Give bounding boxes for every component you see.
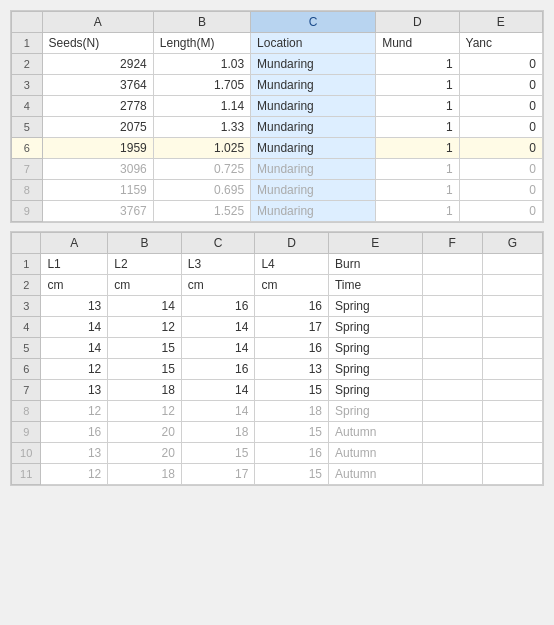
cell[interactable]: 1 [376,117,459,138]
cell[interactable] [422,401,482,422]
cell[interactable]: Burn [328,254,422,275]
cell[interactable]: 0 [459,138,542,159]
cell[interactable]: 3096 [42,159,153,180]
cell[interactable]: L3 [181,254,255,275]
cell[interactable]: 1.025 [153,138,250,159]
cell[interactable]: 13 [41,296,108,317]
cell[interactable]: 1159 [42,180,153,201]
cell[interactable]: 0.725 [153,159,250,180]
cell[interactable]: 0 [459,54,542,75]
cell[interactable]: Seeds(N) [42,33,153,54]
cell[interactable]: Time [328,275,422,296]
cell[interactable]: 14 [181,338,255,359]
cell[interactable] [482,443,542,464]
cell[interactable]: Spring [328,380,422,401]
cell[interactable]: Mundaring [251,96,376,117]
cell[interactable]: 15 [181,443,255,464]
cell[interactable] [482,464,542,485]
cell[interactable]: 12 [41,464,108,485]
cell[interactable]: Autumn [328,464,422,485]
top-col-c-header[interactable]: C [251,12,376,33]
bottom-col-f-header[interactable]: F [422,233,482,254]
cell[interactable]: 3764 [42,75,153,96]
cell[interactable]: cm [181,275,255,296]
cell[interactable]: 2924 [42,54,153,75]
cell[interactable]: 15 [255,380,329,401]
cell[interactable]: 1 [376,159,459,180]
cell[interactable]: 16 [41,422,108,443]
cell[interactable] [482,275,542,296]
cell[interactable] [482,359,542,380]
cell[interactable] [422,254,482,275]
cell[interactable]: Autumn [328,443,422,464]
cell[interactable]: Yanc [459,33,542,54]
cell[interactable]: Mund [376,33,459,54]
cell[interactable]: Mundaring [251,54,376,75]
cell[interactable] [422,275,482,296]
cell[interactable] [422,338,482,359]
cell[interactable]: 1 [376,96,459,117]
cell[interactable]: L4 [255,254,329,275]
cell[interactable]: 14 [181,401,255,422]
cell[interactable]: 0 [459,201,542,222]
bottom-col-d-header[interactable]: D [255,233,329,254]
cell[interactable]: 2778 [42,96,153,117]
cell[interactable]: Mundaring [251,138,376,159]
cell[interactable]: 1.03 [153,54,250,75]
top-col-a-header[interactable]: A [42,12,153,33]
cell[interactable]: cm [41,275,108,296]
cell[interactable]: 15 [108,359,182,380]
bottom-col-a-header[interactable]: A [41,233,108,254]
cell[interactable]: 0 [459,180,542,201]
cell[interactable]: 15 [108,338,182,359]
cell[interactable]: cm [255,275,329,296]
bottom-col-e-header[interactable]: E [328,233,422,254]
cell[interactable]: Mundaring [251,180,376,201]
cell[interactable] [482,422,542,443]
cell[interactable] [482,317,542,338]
cell[interactable]: L1 [41,254,108,275]
cell[interactable]: 1.14 [153,96,250,117]
cell[interactable]: 13 [41,443,108,464]
cell[interactable]: Spring [328,338,422,359]
cell[interactable]: 14 [108,296,182,317]
cell[interactable]: 0 [459,117,542,138]
cell[interactable]: 1959 [42,138,153,159]
cell[interactable] [422,317,482,338]
cell[interactable]: 14 [41,317,108,338]
cell[interactable]: Spring [328,359,422,380]
cell[interactable]: 18 [108,464,182,485]
top-col-e-header[interactable]: E [459,12,542,33]
cell[interactable]: 1 [376,54,459,75]
cell[interactable]: 1 [376,180,459,201]
cell[interactable]: 16 [181,359,255,380]
cell[interactable] [422,380,482,401]
cell[interactable]: 16 [255,443,329,464]
cell[interactable]: 20 [108,443,182,464]
cell[interactable]: 13 [255,359,329,380]
cell[interactable]: Length(M) [153,33,250,54]
top-col-b-header[interactable]: B [153,12,250,33]
cell[interactable]: 16 [181,296,255,317]
bottom-col-g-header[interactable]: G [482,233,542,254]
cell[interactable]: 1.705 [153,75,250,96]
cell[interactable]: 18 [181,422,255,443]
cell[interactable]: 15 [255,464,329,485]
cell[interactable]: Autumn [328,422,422,443]
cell[interactable]: 1 [376,138,459,159]
cell[interactable]: 1.525 [153,201,250,222]
cell[interactable]: Spring [328,296,422,317]
cell[interactable]: Mundaring [251,159,376,180]
cell[interactable]: 14 [41,338,108,359]
cell[interactable]: 18 [255,401,329,422]
cell[interactable]: Location [251,33,376,54]
cell[interactable]: 0 [459,96,542,117]
cell[interactable] [482,254,542,275]
cell[interactable]: 12 [108,401,182,422]
bottom-col-c-header[interactable]: C [181,233,255,254]
cell[interactable]: L2 [108,254,182,275]
cell[interactable]: Mundaring [251,201,376,222]
cell[interactable]: Mundaring [251,75,376,96]
cell[interactable]: 20 [108,422,182,443]
cell[interactable]: 17 [255,317,329,338]
